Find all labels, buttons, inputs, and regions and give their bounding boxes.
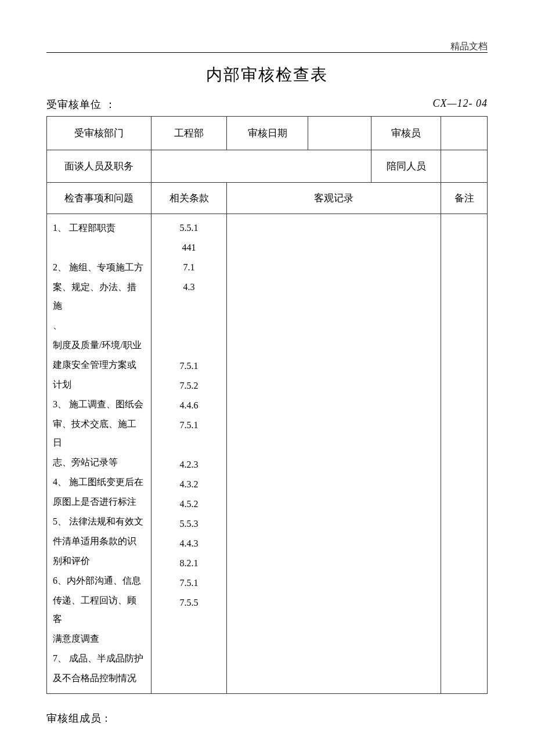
clause-line bbox=[157, 337, 221, 356]
header-label: 精品文档 bbox=[450, 41, 488, 53]
record-cell bbox=[227, 214, 441, 694]
clause-line: 4.3.2 bbox=[157, 475, 221, 494]
clause-line: 5.5.3 bbox=[157, 515, 221, 533]
checklist-line: 计划 bbox=[53, 375, 145, 394]
clause-line: 8.2.1 bbox=[157, 554, 221, 573]
clause-line bbox=[157, 613, 221, 632]
clause-line: 4.2.3 bbox=[157, 455, 221, 474]
checklist-line: 7、 成品、半成品防护 bbox=[53, 649, 145, 668]
clause-line bbox=[157, 317, 221, 336]
clause-line: 7.1 bbox=[157, 258, 221, 277]
clause-line: 7.5.2 bbox=[157, 377, 221, 395]
clause-line: 4.5.2 bbox=[157, 495, 221, 513]
checklist-line: 别和评价 bbox=[53, 552, 145, 570]
header-divider bbox=[46, 52, 488, 53]
table-header-row-2: 面谈人员及职务 陪同人员 bbox=[47, 150, 488, 183]
table-body-row: 1、 工程部职责 2、 施组、专项施工方案、规定、办法、措施、制度及质量/环境/… bbox=[47, 214, 488, 694]
clause-line: 4.4.3 bbox=[157, 534, 221, 553]
clause-label-cell: 相关条款 bbox=[151, 183, 227, 214]
remark-label-cell: 备注 bbox=[441, 183, 488, 214]
clause-line bbox=[157, 298, 221, 316]
audit-date-value-cell bbox=[308, 117, 371, 150]
checklist-line: 满意度调查 bbox=[53, 630, 145, 648]
check-items-label-cell: 检杳事项和问题 bbox=[47, 183, 151, 214]
audit-table: 受审核部门 工程部 审核日期 审核员 面谈人员及职务 陪同人员 检杳事项和问题 … bbox=[46, 116, 488, 694]
checklist-line: 、 bbox=[53, 316, 145, 335]
checklist-line: 件清单适用条款的识 bbox=[53, 532, 145, 551]
table-header-row-3: 检杳事项和问题 相关条款 客观记录 备注 bbox=[47, 183, 488, 214]
clause-line: 7.5.1 bbox=[157, 416, 221, 435]
clause-line: 7.5.5 bbox=[157, 594, 221, 612]
clause-line: 5.5.1 bbox=[157, 219, 221, 237]
checklist-line: 4、 施工图纸变更后在 bbox=[53, 473, 145, 491]
info-row: 受审核单位 ： CX—12- 04 bbox=[46, 97, 488, 111]
auditor-value-cell bbox=[441, 117, 488, 150]
checklist-line: 案、规定、办法、措施 bbox=[53, 278, 145, 315]
accompany-label-cell: 陪同人员 bbox=[371, 150, 441, 183]
checklist-line: 1、 工程部职责 bbox=[53, 219, 145, 237]
checklist-line: 传递、工程回访、顾客 bbox=[53, 591, 145, 628]
checklist-line: 制度及质量/环境/职业 bbox=[53, 336, 145, 355]
checklist-line: 2、 施组、专项施工方 bbox=[53, 258, 145, 277]
checklist-line: 志、旁站记录等 bbox=[53, 453, 145, 472]
checklist-line: 6、内外部沟通、信息 bbox=[53, 571, 145, 590]
clause-line: 441 bbox=[157, 238, 221, 257]
clause-line bbox=[157, 436, 221, 454]
interview-value-cell bbox=[151, 150, 371, 183]
clause-line: 7.5.1 bbox=[157, 574, 221, 592]
checklist-line bbox=[53, 238, 145, 257]
checklist-line: 及不合格品控制情况 bbox=[53, 669, 145, 688]
accompany-value-cell bbox=[441, 150, 488, 183]
record-label-cell: 客观记录 bbox=[227, 183, 441, 214]
audit-team-label: 审核组成员 : bbox=[46, 711, 488, 725]
checklist-line: 5、 法律法规和有效文 bbox=[53, 512, 145, 531]
clause-line: 4.3 bbox=[157, 278, 221, 296]
clause-line: 7.5.1 bbox=[157, 357, 221, 375]
auditor-label-cell: 审核员 bbox=[371, 117, 441, 150]
interview-label-cell: 面谈人员及职务 bbox=[47, 150, 151, 183]
checklist-cell: 1、 工程部职责 2、 施组、专项施工方案、规定、办法、措施、制度及质量/环境/… bbox=[47, 214, 151, 694]
checklist-line: 审、技术交底、施工日 bbox=[53, 415, 145, 452]
checklist-line: 建康安全管理方案或 bbox=[53, 356, 145, 374]
audited-unit-label: 受审核单位 ： bbox=[46, 97, 116, 111]
audit-date-label-cell: 审核日期 bbox=[227, 117, 308, 150]
table-header-row-1: 受审核部门 工程部 审核日期 审核员 bbox=[47, 117, 488, 150]
dept-label-cell: 受审核部门 bbox=[47, 117, 151, 150]
checklist-line: 3、 施工调查、图纸会 bbox=[53, 395, 145, 414]
clause-line: 4.4.6 bbox=[157, 396, 221, 415]
page-title: 内部审核检查表 bbox=[0, 64, 534, 86]
checklist-line: 原图上是否进行标注 bbox=[53, 493, 145, 511]
doc-code: CX—12- 04 bbox=[433, 97, 488, 111]
remark-cell bbox=[441, 214, 488, 694]
clauses-cell: 5.5.14417.14.3 7.5.17.5.24.4.67.5.1 4.2.… bbox=[151, 214, 227, 694]
dept-value-cell: 工程部 bbox=[151, 117, 227, 150]
